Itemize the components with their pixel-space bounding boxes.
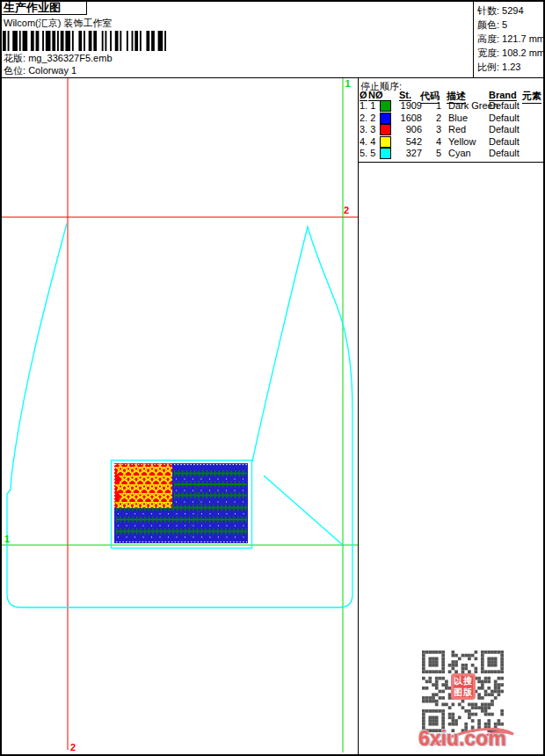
row-brand: Default — [489, 124, 520, 134]
stat-line: 高度:121.7 mm — [477, 32, 545, 46]
stat-label: 颜色: — [477, 19, 499, 30]
row-color-name: Blue — [448, 113, 468, 123]
design-barcode — [3, 31, 166, 51]
row-code: 4 — [427, 136, 441, 147]
thread-color-swatch — [380, 113, 391, 124]
row-stitch-count: 542 — [392, 136, 422, 147]
row-brand: Default — [489, 136, 520, 147]
row-color-name: Cyan — [448, 148, 471, 158]
guide-label-green-top: 1 — [345, 78, 351, 89]
design-stats-panel: 针数:5294颜色:5高度:121.7 mm宽度:108.2 mm比例:1.23 — [473, 2, 545, 78]
site-logo-text: 6xiu.com — [411, 727, 513, 751]
cap-left-and-band-outline — [7, 223, 352, 607]
thread-color-swatch — [380, 124, 391, 135]
stat-line: 宽度:108.2 mm — [477, 46, 545, 60]
guide-label-green-left: 1 — [4, 534, 10, 544]
row-stitch-count: 1909 — [392, 100, 422, 111]
qr-seal-row2: 图版 — [451, 687, 476, 698]
thread-color-swatch — [380, 136, 391, 148]
page-title: 生产作业图 — [2, 2, 87, 15]
flag-design — [112, 461, 252, 549]
stat-value: 5294 — [502, 5, 523, 16]
row-stitch-count: 1608 — [392, 113, 422, 123]
row-code: 1 — [427, 100, 441, 111]
cap-outline — [7, 223, 352, 607]
stat-label: 比例: — [477, 62, 499, 72]
row-stitch-count: 906 — [392, 124, 422, 134]
stat-value: 5 — [502, 19, 507, 30]
production-worksheet-page: 生产作业图 Wilcom(汇京) 装饰工作室 花版: mg_336327F5.e… — [0, 0, 545, 756]
stat-line: 颜色:5 — [477, 18, 545, 32]
thread-color-swatch — [380, 100, 391, 112]
colorway-label: 色位: — [4, 65, 25, 76]
pattern-file-label: 花版: — [4, 53, 25, 63]
stat-line: 比例:1.23 — [477, 60, 545, 74]
stat-line: 针数:5294 — [477, 4, 545, 18]
studio-subtitle: Wilcom(汇京) 装饰工作室 — [4, 17, 112, 30]
pattern-file-value: mg_336327F5.emb — [28, 53, 112, 63]
qr-center-seal: 以搜 图版 — [451, 673, 476, 700]
stat-value: 1.23 — [502, 62, 520, 72]
row-brand: Default — [489, 100, 520, 111]
cap-right-peak-outline — [252, 227, 352, 552]
row-color-name: Red — [448, 124, 466, 134]
row-brand: Default — [489, 148, 520, 158]
panel-divider-line — [358, 77, 359, 756]
stat-label: 宽度: — [477, 47, 499, 58]
row-brand: Default — [489, 113, 520, 123]
row-code: 3 — [427, 124, 441, 134]
guide-label-red-bottom: 2 — [70, 742, 76, 752]
table-bottom-line — [358, 162, 545, 163]
design-drawing-area: 1 1 2 2 — [2, 78, 358, 754]
guide-label-red-right: 2 — [344, 205, 349, 215]
stat-value: 108.2 mm — [502, 47, 545, 58]
row-seq: 2. 2 — [360, 113, 375, 123]
row-code: 2 — [427, 113, 441, 123]
row-color-name: Yellow — [448, 136, 476, 147]
colorway-row: 色位: Colorway 1 — [4, 64, 76, 77]
stat-label: 高度: — [477, 33, 499, 44]
stat-value: 121.7 mm — [502, 33, 545, 44]
cap-seam-diagonal — [264, 476, 343, 545]
row-stitch-count: 327 — [392, 148, 422, 158]
stat-label: 针数: — [477, 5, 499, 16]
thread-color-swatch — [380, 148, 391, 159]
row-seq: 4. 4 — [360, 136, 375, 147]
row-seq: 1. 1 — [360, 100, 375, 111]
row-seq: 3. 3 — [360, 124, 375, 134]
qr-seal-row1: 以搜 — [451, 675, 476, 687]
pattern-file-row: 花版: mg_336327F5.emb — [4, 52, 113, 65]
row-code: 5 — [427, 148, 441, 158]
row-seq: 5. 5 — [360, 148, 375, 158]
colorway-value: Colorway 1 — [28, 65, 76, 76]
